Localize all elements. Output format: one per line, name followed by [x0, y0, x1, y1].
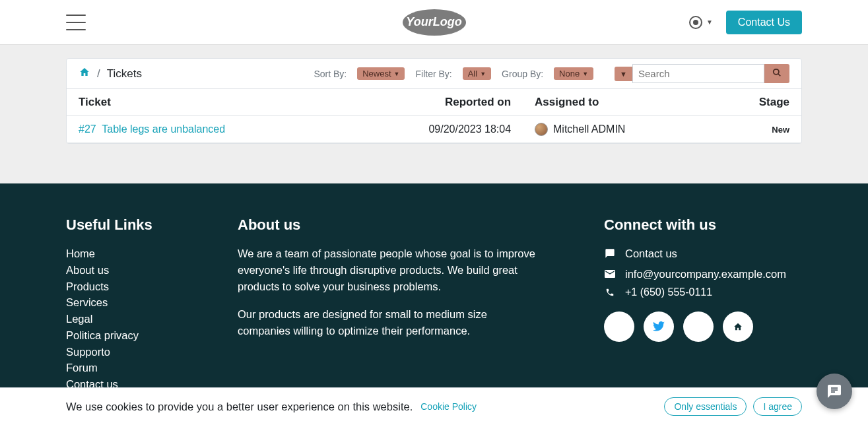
about-text-1: We are a team of passionate people whose… — [238, 245, 541, 294]
tickets-table: Ticket Reported on Assigned to Stage #27… — [67, 89, 801, 143]
logo-text: YourLogo — [403, 9, 466, 36]
chevron-down-icon: ▼ — [620, 70, 627, 78]
filter-by-value: All — [468, 69, 477, 79]
search-icon — [772, 68, 782, 77]
home-social-icon[interactable] — [723, 311, 753, 342]
breadcrumb: / Tickets — [79, 67, 303, 81]
about-text-2: Our products are designed for small to m… — [238, 306, 541, 339]
connect-header: Connect with us — [604, 216, 802, 234]
footer-link-support[interactable]: Supporto — [66, 346, 110, 358]
svg-line-1 — [778, 74, 781, 77]
connect-email-link[interactable]: info@yourcompany.example.com — [625, 266, 786, 282]
col-assigned: Assigned to — [523, 89, 712, 116]
social-row: f in — [604, 311, 802, 342]
navbar: YourLogo ▼ Contact Us — [0, 0, 868, 45]
i-agree-button[interactable]: I agree — [753, 397, 802, 416]
linkedin-icon[interactable]: in — [683, 311, 714, 342]
about-header: About us — [238, 216, 541, 234]
group-by-label: Group By: — [502, 69, 543, 79]
group-by-value: None — [559, 69, 580, 79]
chevron-down-icon: ▼ — [706, 18, 713, 26]
col-reported: Reported on — [348, 89, 523, 116]
footer-connect-col: Connect with us Contact us info@yourcomp… — [604, 216, 802, 393]
menu-toggle[interactable] — [66, 15, 86, 30]
connect-email[interactable]: info@yourcompany.example.com — [604, 266, 802, 282]
phone-icon — [604, 288, 616, 297]
facebook-icon[interactable]: f — [604, 311, 634, 342]
ticket-title: Table legs are unbalanced — [102, 123, 225, 135]
speech-icon — [604, 248, 616, 259]
breadcrumb-current: Tickets — [107, 67, 142, 81]
table-row[interactable]: #27 Table legs are unbalanced 09/20/2023… — [67, 116, 801, 143]
footer: Useful Links Home About us Products Serv… — [0, 183, 868, 419]
chevron-down-icon: ▼ — [480, 71, 486, 77]
filter-by-label: Filter By: — [415, 69, 451, 79]
only-essentials-button[interactable]: Only essentials — [664, 397, 747, 416]
footer-link-products[interactable]: Products — [66, 280, 109, 292]
navbar-right: ▼ Contact Us — [689, 11, 802, 34]
filter-by-dropdown[interactable]: All ▼ — [463, 67, 491, 80]
connect-contact-link[interactable]: Contact us — [625, 245, 677, 262]
connect-phone[interactable]: +1 (650) 555-0111 — [604, 286, 802, 298]
footer-link-legal[interactable]: Legal — [66, 313, 92, 325]
stage-badge: New — [772, 125, 789, 135]
footer-link-services[interactable]: Services — [66, 296, 108, 308]
home-icon[interactable] — [79, 67, 90, 81]
useful-links-header: Useful Links — [66, 216, 185, 234]
search-scope-dropdown[interactable]: ▼ — [615, 67, 632, 81]
chevron-down-icon: ▼ — [582, 71, 588, 77]
sort-by-value: Newest — [362, 69, 391, 79]
footer-link-forum[interactable]: Forum — [66, 362, 98, 374]
tickets-card: / Tickets Sort By: Newest ▼ Filter By: A… — [66, 58, 802, 144]
contact-us-button[interactable]: Contact Us — [726, 11, 802, 34]
search-input[interactable] — [632, 64, 764, 83]
footer-link-home[interactable]: Home — [66, 247, 95, 259]
footer-link-about[interactable]: About us — [66, 264, 109, 276]
connect-contact[interactable]: Contact us — [604, 245, 802, 262]
avatar — [535, 123, 548, 136]
search-group: ▼ — [615, 64, 789, 83]
chevron-down-icon: ▼ — [394, 71, 400, 77]
footer-link-privacy[interactable]: Politica privacy — [66, 329, 139, 341]
search-button[interactable] — [764, 64, 789, 83]
sort-by-label: Sort By: — [314, 69, 347, 79]
footer-about-col: About us We are a team of passionate peo… — [238, 216, 541, 393]
cookie-policy-link[interactable]: Cookie Policy — [420, 401, 477, 412]
cookie-banner: We use cookies to provide you a better u… — [0, 387, 868, 419]
envelope-icon — [604, 270, 616, 278]
assigned-cell: Mitchell ADMIN — [535, 123, 700, 136]
cookie-text: We use cookies to provide you a better u… — [66, 401, 413, 413]
reported-on: 09/20/2023 18:04 — [348, 116, 523, 143]
ticket-id: #27 — [79, 123, 96, 135]
chat-icon — [826, 383, 842, 399]
col-stage: Stage — [712, 89, 801, 116]
footer-links-col: Useful Links Home About us Products Serv… — [66, 216, 185, 393]
ticket-link[interactable]: #27 Table legs are unbalanced — [79, 123, 225, 135]
twitter-icon[interactable] — [644, 311, 674, 342]
assignee-name: Mitchell ADMIN — [553, 123, 625, 135]
toolbar-row: / Tickets Sort By: Newest ▼ Filter By: A… — [67, 59, 801, 89]
user-icon — [689, 16, 702, 29]
group-by-dropdown[interactable]: None ▼ — [554, 67, 593, 80]
svg-point-0 — [774, 69, 779, 75]
user-menu[interactable]: ▼ — [689, 16, 713, 29]
logo[interactable]: YourLogo — [403, 9, 466, 36]
sort-by-dropdown[interactable]: Newest ▼ — [357, 67, 405, 80]
col-ticket: Ticket — [67, 89, 348, 116]
chat-launcher[interactable] — [817, 374, 852, 409]
breadcrumb-separator: / — [97, 67, 100, 81]
connect-phone-text: +1 (650) 555-0111 — [625, 286, 712, 298]
